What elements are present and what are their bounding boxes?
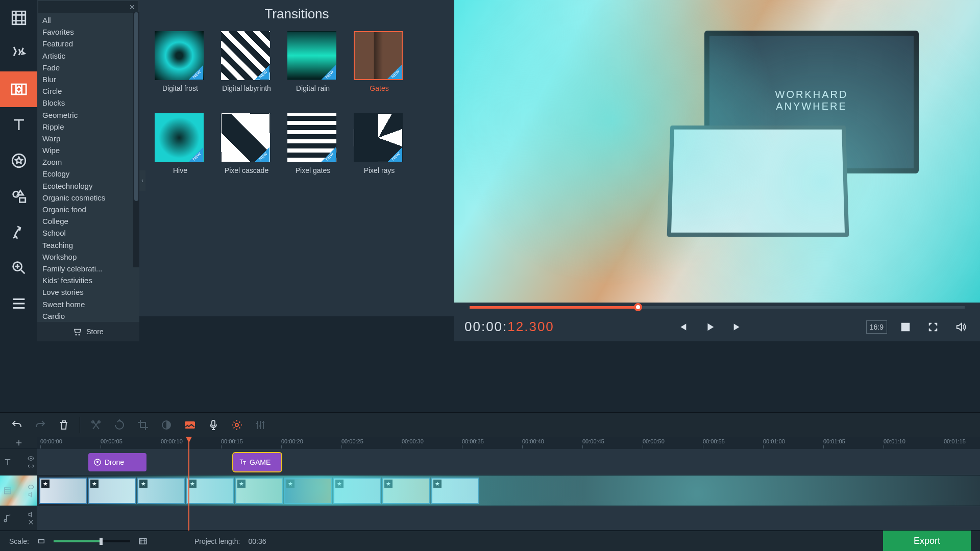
rail-more-icon[interactable]: [0, 286, 37, 321]
category-item[interactable]: Organic food: [37, 204, 139, 215]
rail-shapes-icon[interactable]: [0, 179, 37, 214]
video-clip[interactable]: [137, 478, 185, 504]
category-item[interactable]: Cardio: [37, 310, 139, 322]
transition-item[interactable]: NEWPixel rays: [354, 113, 405, 175]
fx-icon[interactable]: [28, 519, 34, 525]
category-item[interactable]: Kids' festivities: [37, 274, 139, 286]
seek-bar[interactable]: [454, 303, 980, 313]
title-track-head[interactable]: [0, 449, 37, 475]
mute-icon[interactable]: [28, 511, 34, 518]
zoom-out-icon[interactable]: [37, 537, 45, 545]
transition-item[interactable]: NEWDigital rain: [287, 31, 338, 93]
category-item[interactable]: College: [37, 215, 139, 227]
category-item[interactable]: Circle: [37, 85, 139, 97]
video-clip[interactable]: [39, 478, 87, 504]
category-item[interactable]: Workshop: [37, 251, 139, 263]
aspect-ratio-button[interactable]: 16:9: [866, 320, 887, 334]
transition-item[interactable]: NEWDigital frost: [155, 31, 206, 93]
category-item[interactable]: Featured: [37, 38, 139, 49]
transition-item[interactable]: NEWDigital labyrinth: [221, 31, 272, 93]
fullscreen-icon[interactable]: [924, 318, 942, 336]
clip-properties-button[interactable]: [226, 415, 248, 435]
undo-button[interactable]: [6, 415, 28, 435]
rail-animation-icon[interactable]: [0, 214, 37, 250]
preview-video[interactable]: [454, 0, 980, 303]
category-item[interactable]: Favorites: [37, 26, 139, 38]
title-clip[interactable]: Drone: [88, 453, 146, 471]
search-input[interactable]: [43, 4, 129, 11]
title-track[interactable]: DroneGAME: [37, 449, 980, 475]
record-voiceover-button[interactable]: [203, 415, 224, 435]
scale-slider[interactable]: [54, 540, 130, 542]
category-item[interactable]: Ecology: [37, 168, 139, 180]
next-frame-button[interactable]: [728, 318, 747, 336]
video-clip[interactable]: [431, 478, 479, 504]
rail-titles-icon[interactable]: [0, 107, 37, 143]
category-item[interactable]: Wipe: [37, 144, 139, 156]
category-item[interactable]: Family celebrati...: [37, 263, 139, 274]
category-item[interactable]: Ecotechnology: [37, 180, 139, 192]
color-adjust-button[interactable]: [156, 415, 177, 435]
category-item[interactable]: Fade: [37, 62, 139, 73]
split-button[interactable]: [85, 415, 107, 435]
transition-item[interactable]: NEWHive: [155, 113, 206, 175]
store-button[interactable]: Store: [37, 322, 139, 341]
category-item[interactable]: Blur: [37, 73, 139, 85]
detach-preview-icon[interactable]: [896, 318, 915, 336]
link-icon[interactable]: [28, 463, 34, 469]
video-clip[interactable]: [284, 478, 332, 504]
video-clip[interactable]: [88, 478, 136, 504]
prev-frame-button[interactable]: [673, 318, 692, 336]
video-track-head[interactable]: [0, 475, 37, 506]
transition-wizard-button[interactable]: [179, 415, 201, 435]
delete-button[interactable]: [53, 415, 75, 435]
category-item[interactable]: Ripple: [37, 121, 139, 133]
rotate-button[interactable]: [109, 415, 130, 435]
category-item[interactable]: Organic cosmetics: [37, 192, 139, 204]
video-clip[interactable]: [235, 478, 283, 504]
crop-button[interactable]: [132, 415, 154, 435]
category-item[interactable]: Artistic: [37, 50, 139, 62]
mute-icon[interactable]: [28, 491, 34, 498]
playhead[interactable]: [188, 437, 189, 531]
category-item[interactable]: Teaching: [37, 239, 139, 251]
category-scrollbar[interactable]: [133, 12, 139, 267]
volume-icon[interactable]: [951, 318, 970, 336]
transition-item[interactable]: NEWPixel gates: [287, 113, 338, 175]
audio-track[interactable]: [37, 506, 980, 531]
video-track[interactable]: [37, 475, 980, 506]
collapse-sidebar-icon[interactable]: ‹: [139, 170, 145, 191]
play-button[interactable]: [701, 318, 719, 336]
title-clip[interactable]: GAME: [233, 453, 281, 471]
rail-transitions-icon[interactable]: [0, 71, 37, 107]
zoom-fit-icon[interactable]: [138, 537, 148, 546]
rail-media-icon[interactable]: [0, 0, 37, 36]
time-ruler[interactable]: 00:00:0000:00:0500:00:1000:00:1500:00:20…: [37, 437, 980, 449]
rail-stickers-icon[interactable]: [0, 143, 37, 179]
category-item[interactable]: Warp: [37, 133, 139, 144]
transition-item[interactable]: NEWPixel cascade: [221, 113, 272, 175]
transition-item[interactable]: NEWGates: [354, 31, 405, 93]
category-search[interactable]: ✕: [38, 1, 138, 13]
category-item[interactable]: Zoom: [37, 156, 139, 168]
export-button[interactable]: Export: [883, 531, 971, 551]
audio-track-head[interactable]: [0, 506, 37, 531]
category-item[interactable]: Sweet home: [37, 298, 139, 310]
add-track-button[interactable]: [0, 437, 37, 449]
rail-filters-icon[interactable]: [0, 36, 37, 71]
eye-icon[interactable]: [28, 455, 34, 462]
video-clip[interactable]: [382, 478, 430, 504]
category-item[interactable]: All: [37, 14, 139, 26]
equalizer-button[interactable]: [250, 415, 271, 435]
category-item[interactable]: Love stories: [37, 286, 139, 298]
category-item[interactable]: Blocks: [37, 97, 139, 109]
video-clip[interactable]: [333, 478, 381, 504]
rail-zoom-icon[interactable]: [0, 250, 37, 286]
eye-icon[interactable]: [28, 484, 34, 490]
panel-title: Transitions: [150, 6, 444, 22]
clear-search-icon[interactable]: ✕: [129, 3, 135, 11]
category-item[interactable]: School: [37, 227, 139, 239]
redo-button[interactable]: [30, 415, 51, 435]
category-item[interactable]: Geometric: [37, 109, 139, 121]
video-clip[interactable]: [186, 478, 234, 504]
